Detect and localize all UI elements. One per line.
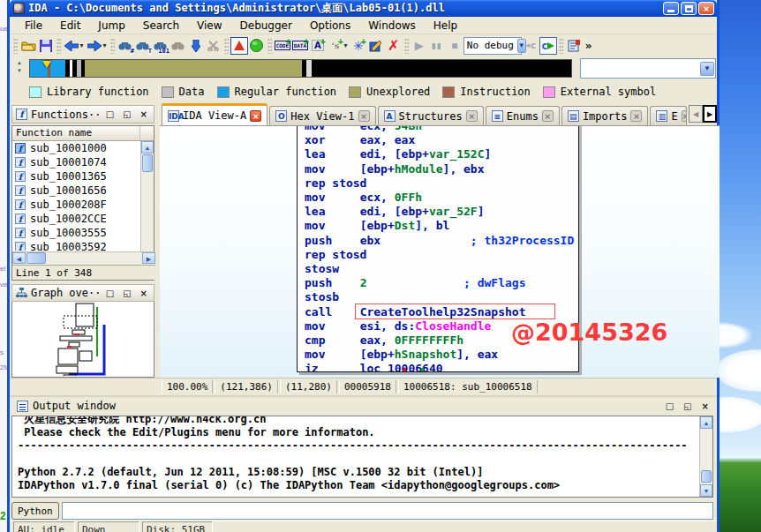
make-string-button[interactable]: ‘s+ [327, 37, 344, 55]
asm-line[interactable]: mov [ebp+hSnapshot], eax [305, 348, 578, 362]
navigate-back-button[interactable] [63, 37, 80, 55]
panel-maximize-icon[interactable]: □ [663, 401, 676, 411]
functions-vertical-scrollbar[interactable]: ▲ ▼ [140, 141, 154, 266]
make-ascii-button[interactable]: A+ [309, 37, 327, 55]
tab-close-icon[interactable]: × [542, 110, 554, 122]
function-name-column-header[interactable]: Function name [12, 126, 140, 140]
jump-to-name-button[interactable]: T [134, 37, 152, 55]
panel-maximize-icon[interactable]: □ [103, 288, 117, 298]
panel-restore-icon[interactable]: ◱ [120, 109, 133, 119]
jump-to-segment-button[interactable]: 101 [152, 37, 170, 55]
debugger-start-button[interactable]: ▶ [411, 37, 428, 55]
open-file-button[interactable] [19, 37, 37, 55]
scroll-up-icon[interactable]: ▲ [141, 141, 154, 154]
scroll-right-icon[interactable]: ▶ [142, 252, 155, 264]
scrollbar-thumb[interactable] [701, 470, 712, 483]
tab-scroll-right-button[interactable]: ▶ [703, 105, 717, 123]
toolbar-grip[interactable] [110, 38, 115, 54]
jump-down-button[interactable] [187, 37, 205, 55]
panel-close-icon[interactable]: × [699, 401, 712, 411]
menu-search[interactable]: Search [135, 18, 187, 34]
edit-comment-button[interactable] [367, 37, 385, 55]
output-window-caption[interactable]: Output window □ ◱ × [10, 397, 717, 415]
minimize-button[interactable] [663, 2, 679, 15]
navigation-band[interactable] [29, 59, 572, 78]
asm-line[interactable]: xor eax, eax [305, 133, 578, 147]
debugger-pause-button[interactable]: ▮▮ [428, 37, 446, 55]
asm-line[interactable]: mov [ebp+hModule], ebx [305, 162, 578, 176]
problems-list-button[interactable] [230, 37, 248, 55]
function-list-item[interactable]: fsub_10003555 [12, 226, 154, 240]
maximize-button[interactable] [681, 2, 697, 15]
make-code-button[interactable]: CODE+ [274, 37, 291, 55]
scrollbar-thumb[interactable] [142, 154, 153, 172]
run-analysis-indicator[interactable] [248, 37, 266, 55]
tab-enums[interactable]: ≡Enums× [486, 106, 560, 125]
asm-line[interactable]: mov [ebp+Dst], bl [305, 219, 578, 233]
function-list-item[interactable]: fsub_10001365 [12, 169, 154, 184]
asm-line[interactable]: stosw [305, 262, 578, 276]
tab-close-icon[interactable]: × [630, 110, 642, 122]
scroll-left-icon[interactable]: ◀ [12, 252, 26, 264]
ida-view-a-pane[interactable]: mov ecx, 54Bhxor eax, eaxlea edi, [ebp+v… [160, 125, 720, 378]
asm-line[interactable]: mov ecx, 54Bh [305, 125, 578, 133]
save-button[interactable] [37, 37, 55, 55]
graph-overview-canvas[interactable] [11, 302, 154, 378]
undefine-button[interactable]: ✗ [385, 37, 403, 55]
asm-line[interactable]: jz loc_10006640 [305, 362, 578, 372]
scroll-up-icon[interactable]: ▲ [700, 416, 712, 429]
tab-close-icon[interactable]: × [682, 110, 688, 122]
function-list-item[interactable]: fsub_1000208F [12, 198, 154, 212]
asm-line[interactable]: rep stosd [305, 176, 578, 191]
output-vertical-scrollbar[interactable]: ▲ ▼ [699, 416, 712, 497]
function-list-item[interactable]: fsub_10003592 [12, 240, 154, 251]
function-list-item[interactable]: fsub_10001656 [12, 184, 154, 198]
toolbar-grip[interactable] [404, 38, 409, 54]
menu-file[interactable]: File [17, 18, 50, 34]
asm-line[interactable]: lea edi, [ebp+var_52F] [305, 205, 578, 219]
toolbar-grip[interactable] [559, 38, 563, 54]
make-data-button[interactable]: DATA+ [291, 37, 309, 55]
asm-line[interactable]: mov ecx, 0FFh [305, 191, 578, 205]
panel-restore-icon[interactable]: ◱ [681, 401, 694, 411]
functions-horizontal-scrollbar[interactable]: ◀ ▶ [12, 251, 155, 265]
toolbar-grip[interactable] [57, 38, 61, 54]
run-to-cursor-button[interactable]: c [539, 37, 557, 55]
tab-close-icon[interactable]: × [466, 110, 478, 122]
menu-edit[interactable]: Edit [52, 18, 88, 34]
asm-line[interactable]: push ebx ; th32ProcessID [305, 234, 578, 248]
asm-line[interactable]: call CreateToolhelp32Snapshot [305, 305, 578, 319]
tab-ida-view-a[interactable]: IDAIDA View-A× [162, 103, 267, 125]
menu-debugger[interactable]: Debugger [232, 18, 300, 34]
function-list-item[interactable]: fsub_10001074 [12, 155, 154, 169]
toolbar-grip[interactable] [267, 38, 272, 54]
asm-line[interactable]: push 2 ; dwFlags [305, 276, 578, 290]
snippets-button[interactable] [205, 37, 222, 55]
jump-to-address-button[interactable]: # [117, 37, 134, 55]
toolbar-overflow-chevron[interactable]: » [583, 40, 595, 52]
name-combobox[interactable]: ▼ [580, 58, 716, 79]
tab-structures[interactable]: AStructures× [378, 106, 484, 125]
toolbar-grip[interactable] [13, 38, 18, 54]
menu-view[interactable]: View [189, 18, 230, 34]
navigate-forward-button[interactable] [86, 37, 103, 55]
function-list-item[interactable]: fsub_10002CCE [12, 212, 154, 226]
debugger-stop-button[interactable]: ■ [446, 37, 463, 55]
panel-close-icon[interactable]: × [138, 109, 150, 119]
tab-e[interactable]: ▥E× [650, 106, 687, 125]
panel-close-icon[interactable]: × [138, 288, 150, 298]
menu-jump[interactable]: Jump [90, 18, 132, 34]
function-list-item[interactable]: fsub_10001000 [12, 141, 154, 155]
band-scroll-arrows[interactable]: ▲▼ [15, 59, 24, 77]
tab-scroll-left-button[interactable]: ◀ [689, 105, 703, 123]
make-variable-button[interactable]: ✳+ [350, 37, 367, 55]
menu-windows[interactable]: Windows [360, 18, 424, 34]
title-bar[interactable]: IDA - C:\Documents and Settings\Administ… [10, 0, 717, 17]
search-again-button[interactable] [170, 37, 187, 55]
panel-maximize-icon[interactable]: □ [103, 109, 117, 119]
chevron-down-icon[interactable]: ▼ [700, 62, 714, 76]
notepad-button[interactable] [565, 37, 583, 55]
output-log[interactable]: 火星信息安全研究院 http://www.n4ck.org.cn Please … [11, 416, 713, 498]
step-into-button[interactable]: ⇥c [522, 37, 539, 55]
close-button[interactable]: × [698, 2, 714, 15]
